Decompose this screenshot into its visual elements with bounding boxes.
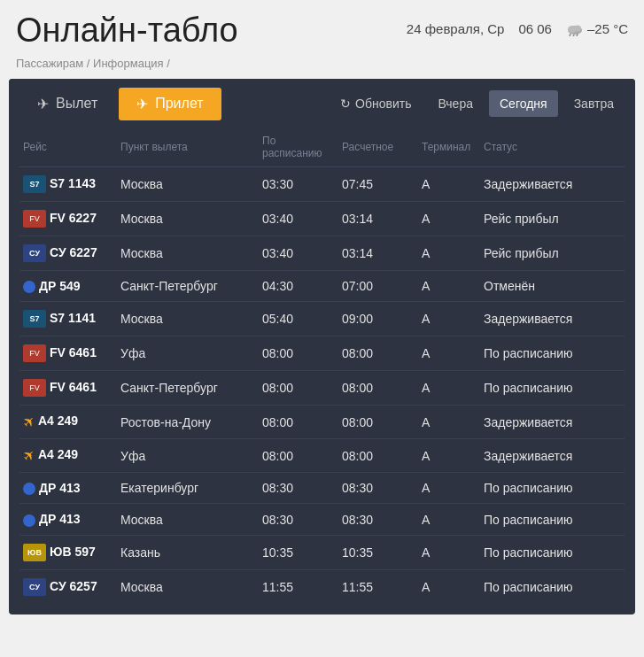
cell-estimated: 07:45 xyxy=(338,166,418,201)
cell-scheduled: 03:30 xyxy=(259,166,338,201)
cell-terminal: A xyxy=(418,336,480,371)
cell-estimated: 09:00 xyxy=(338,302,418,336)
flight-number: СУ 6257 xyxy=(50,578,97,592)
cell-terminal: A xyxy=(418,504,480,535)
cell-origin: Санкт-Петербург xyxy=(117,371,259,406)
cell-flight: ✈A4 249 xyxy=(19,406,117,439)
cell-scheduled: 10:35 xyxy=(259,535,338,569)
cell-flight: СУСУ 6257 xyxy=(19,569,117,604)
cell-origin: Казань xyxy=(117,535,259,569)
cell-scheduled: 08:00 xyxy=(259,336,338,371)
table-row: FVFV 6461 Уфа 08:00 08:00 A По расписани… xyxy=(19,336,625,371)
cell-status: Рейс прибыл xyxy=(480,236,625,270)
tab-departure[interactable]: ✈ Вылет xyxy=(19,88,115,120)
table-row: ✈A4 249 Уфа 08:00 08:00 A Задерживается xyxy=(19,439,625,473)
cell-terminal: A xyxy=(418,371,480,406)
cell-scheduled: 05:40 xyxy=(259,302,338,336)
svg-line-4 xyxy=(573,35,574,36)
today-button[interactable]: Сегодня xyxy=(489,90,558,117)
cell-estimated: 08:00 xyxy=(338,336,418,371)
cell-estimated: 08:30 xyxy=(338,504,418,535)
flight-number: ДР 549 xyxy=(39,279,81,293)
cell-scheduled: 03:40 xyxy=(259,201,338,236)
cell-estimated: 11:55 xyxy=(338,569,418,604)
page-title: Онлайн-табло xyxy=(16,12,238,50)
airline-icon: S7 xyxy=(23,175,46,193)
cell-status: По расписанию xyxy=(480,504,625,535)
time-display: 06 06 xyxy=(518,21,552,36)
cell-origin: Москва xyxy=(117,504,259,535)
cloud-icon xyxy=(566,22,584,36)
table-row: СУСУ 6257 Москва 11:55 11:55 A По распис… xyxy=(19,569,625,604)
refresh-label: Обновить xyxy=(355,97,411,111)
airline-icon: СУ xyxy=(23,578,46,596)
airline-icon: ✈ xyxy=(19,445,39,466)
svg-line-3 xyxy=(570,34,570,36)
tabs-row: ✈ Вылет ✈ Прилет ↻ Обновить Вчера Сегодн… xyxy=(9,79,635,129)
cell-status: По расписанию xyxy=(480,535,625,569)
cell-scheduled: 08:30 xyxy=(259,473,338,504)
today-label: Сегодня xyxy=(500,97,547,111)
cell-estimated: 03:14 xyxy=(338,201,418,236)
cell-terminal: A xyxy=(418,535,480,569)
cell-scheduled: 04:30 xyxy=(259,270,338,301)
cell-estimated: 08:00 xyxy=(338,439,418,473)
cell-estimated: 08:00 xyxy=(338,406,418,439)
col-header-scheduled: По расписанию xyxy=(259,129,338,167)
date-display: 24 февраля, Ср xyxy=(407,21,505,36)
table-row: ДР 413 Екатеринбург 08:30 08:30 A По рас… xyxy=(19,473,625,504)
cell-scheduled: 08:00 xyxy=(259,439,338,473)
airline-icon: FV xyxy=(23,210,46,228)
cell-estimated: 08:30 xyxy=(338,473,418,504)
tab-arrival-label: Прилет xyxy=(155,96,203,112)
airline-icon: ✈ xyxy=(19,412,39,432)
cell-flight: FVFV 6461 xyxy=(19,336,117,371)
table-row: ДР 413 Москва 08:30 08:30 A По расписани… xyxy=(19,504,625,535)
cell-flight: FVFV 6227 xyxy=(19,201,117,236)
temperature: –25 °C xyxy=(587,21,628,36)
cell-origin: Уфа xyxy=(117,336,259,371)
cell-flight: S7S7 1143 xyxy=(19,166,117,201)
refresh-icon: ↻ xyxy=(340,97,351,111)
header: Онлайн-табло 24 февраля, Ср 06 06 –25 °C xyxy=(0,0,644,55)
airline-icon: FV xyxy=(23,379,46,397)
cell-flight: ✈A4 249 xyxy=(19,439,117,473)
cell-status: По расписанию xyxy=(480,336,625,371)
cell-scheduled: 08:00 xyxy=(259,371,338,406)
breadcrumb: Пассажирам / Информация / xyxy=(0,55,644,79)
flight-number: A4 249 xyxy=(38,414,78,428)
cell-terminal: A xyxy=(418,270,480,301)
yesterday-button[interactable]: Вчера xyxy=(427,90,484,117)
cell-status: По расписанию xyxy=(480,473,625,504)
breadcrumb-sep-1: / xyxy=(87,57,93,70)
breadcrumb-item-1: Пассажирам xyxy=(16,57,83,70)
airline-icon xyxy=(23,514,35,527)
cell-flight: ДР 549 xyxy=(19,270,117,301)
cell-terminal: A xyxy=(418,166,480,201)
cell-terminal: A xyxy=(418,473,480,504)
svg-line-5 xyxy=(577,34,578,36)
tab-arrival[interactable]: ✈ Прилет xyxy=(119,88,221,120)
tomorrow-button[interactable]: Завтра xyxy=(563,90,625,117)
col-header-estimated: Расчетное xyxy=(338,129,418,167)
table-row: ✈A4 249 Ростов-на-Дону 08:00 08:00 A Зад… xyxy=(19,406,625,439)
main-panel: ✈ Вылет ✈ Прилет ↻ Обновить Вчера Сегодн… xyxy=(9,79,635,614)
refresh-button[interactable]: ↻ Обновить xyxy=(330,90,422,117)
departure-icon: ✈ xyxy=(37,96,49,112)
header-info: 24 февраля, Ср 06 06 –25 °C xyxy=(407,12,628,36)
cell-status: Задерживается xyxy=(480,439,625,473)
cell-terminal: A xyxy=(418,439,480,473)
tomorrow-label: Завтра xyxy=(574,97,614,111)
cell-flight: ДР 413 xyxy=(19,504,117,535)
col-header-status: Статус xyxy=(480,129,625,167)
table-row: FVFV 6227 Москва 03:40 03:14 A Рейс приб… xyxy=(19,201,625,236)
svg-point-2 xyxy=(574,25,581,31)
table-row: S7S7 1141 Москва 05:40 09:00 A Задержива… xyxy=(19,302,625,336)
cell-scheduled: 08:30 xyxy=(259,504,338,535)
breadcrumb-sep-2: / xyxy=(167,57,170,70)
airline-icon xyxy=(23,483,35,495)
cell-status: Задерживается xyxy=(480,166,625,201)
cell-flight: ДР 413 xyxy=(19,473,117,504)
table-row: ЮВЮВ 597 Казань 10:35 10:35 A По расписа… xyxy=(19,535,625,569)
cell-estimated: 10:35 xyxy=(338,535,418,569)
